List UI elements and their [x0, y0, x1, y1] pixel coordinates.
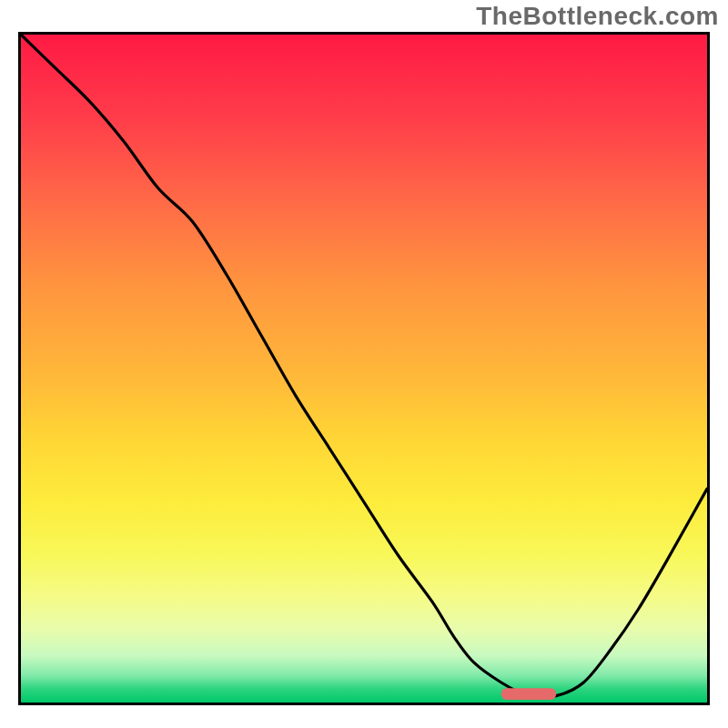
plot-area	[18, 32, 710, 705]
chart-overlay	[21, 35, 707, 703]
bottleneck-curve	[21, 35, 707, 698]
watermark-text: TheBottleneck.com	[476, 2, 719, 31]
chart-container: TheBottleneck.com	[0, 0, 728, 728]
optimal-marker	[501, 688, 556, 700]
